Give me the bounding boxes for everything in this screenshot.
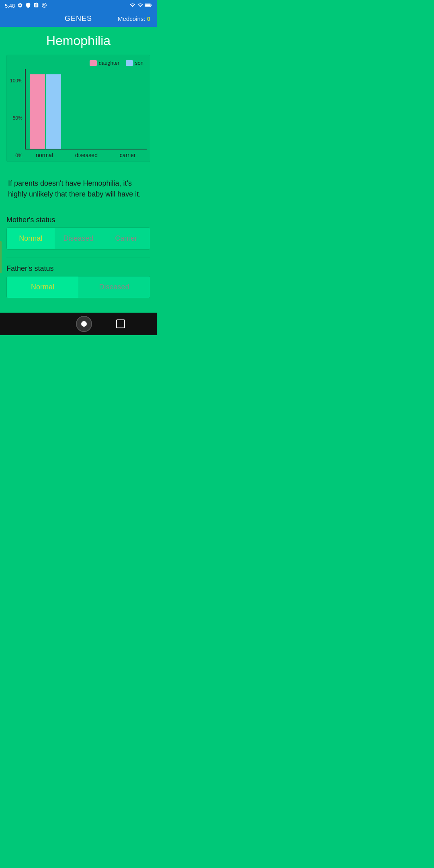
- signal-icon: [137, 2, 143, 9]
- status-right: [129, 2, 152, 9]
- status-left: 5:48: [5, 2, 47, 9]
- mother-carrier-button[interactable]: Carrier: [102, 228, 150, 249]
- bars-row: [25, 69, 147, 149]
- chart-area: normal diseased carrier: [25, 69, 147, 158]
- chart-container: daughter son 100% 50% 0%: [6, 55, 150, 162]
- mother-normal-button[interactable]: Normal: [7, 228, 55, 249]
- at-icon: [41, 2, 47, 9]
- fathers-status-buttons: Normal Diseased: [6, 276, 150, 298]
- chart-body: 100% 50% 0%: [10, 69, 147, 158]
- home-button[interactable]: [76, 316, 92, 332]
- fathers-status-label: Father's status: [6, 264, 150, 273]
- mothers-status-label: Mother's status: [6, 216, 150, 224]
- divider: [6, 258, 150, 258]
- daughter-color-swatch: [90, 60, 97, 66]
- bottom-nav: [0, 313, 157, 335]
- app-header: GENES Medcoins: 0: [0, 11, 157, 27]
- legend-daughter: daughter: [90, 60, 119, 66]
- battery-icon: [145, 3, 152, 9]
- wifi-icon: [129, 2, 136, 9]
- time-display: 5:48: [5, 3, 15, 9]
- medcoins-display: Medcoins: 0: [118, 15, 150, 22]
- x-label-normal: normal: [36, 152, 53, 158]
- settings-icon: [17, 2, 23, 9]
- y-label-50: 50%: [13, 115, 23, 121]
- normal-bar-group: [30, 74, 61, 149]
- fathers-status-section: Father's status Normal Diseased: [6, 264, 150, 298]
- y-axis: 100% 50% 0%: [10, 78, 25, 158]
- mother-diseased-button[interactable]: Diseased: [55, 228, 102, 249]
- normal-daughter-bar: [30, 74, 45, 149]
- left-accent-green: [0, 241, 2, 273]
- clipboard-icon: [33, 2, 39, 9]
- son-color-swatch: [126, 60, 133, 66]
- daughter-legend-label: daughter: [99, 60, 119, 66]
- page-title: Hemophilia: [6, 33, 150, 48]
- back-button[interactable]: [116, 319, 125, 328]
- app-title: GENES: [65, 14, 92, 23]
- normal-son-bar: [46, 74, 61, 149]
- home-button-circle: [81, 321, 87, 327]
- svg-rect-1: [151, 4, 151, 6]
- mothers-status-section: Mother's status Normal Diseased Carrier: [6, 216, 150, 250]
- mothers-status-buttons: Normal Diseased Carrier: [6, 227, 150, 250]
- y-label-100: 100%: [10, 78, 23, 84]
- svg-rect-2: [145, 4, 150, 6]
- legend-son: son: [126, 60, 143, 66]
- son-legend-label: son: [135, 60, 143, 66]
- chart-legend: daughter son: [10, 60, 147, 66]
- main-content: Hemophilia daughter son 100% 50% 0%: [0, 27, 157, 313]
- father-normal-button[interactable]: Normal: [7, 276, 78, 298]
- description-text: If parents doesn't have Hemophilia, it's…: [6, 170, 150, 216]
- x-label-carrier: carrier: [120, 152, 136, 158]
- father-diseased-button[interactable]: Diseased: [78, 276, 150, 298]
- y-label-0: 0%: [15, 153, 22, 158]
- status-bar: 5:48: [0, 0, 157, 11]
- medcoins-value: 0: [147, 15, 150, 22]
- x-label-diseased: diseased: [75, 152, 98, 158]
- shield-icon: [25, 2, 31, 9]
